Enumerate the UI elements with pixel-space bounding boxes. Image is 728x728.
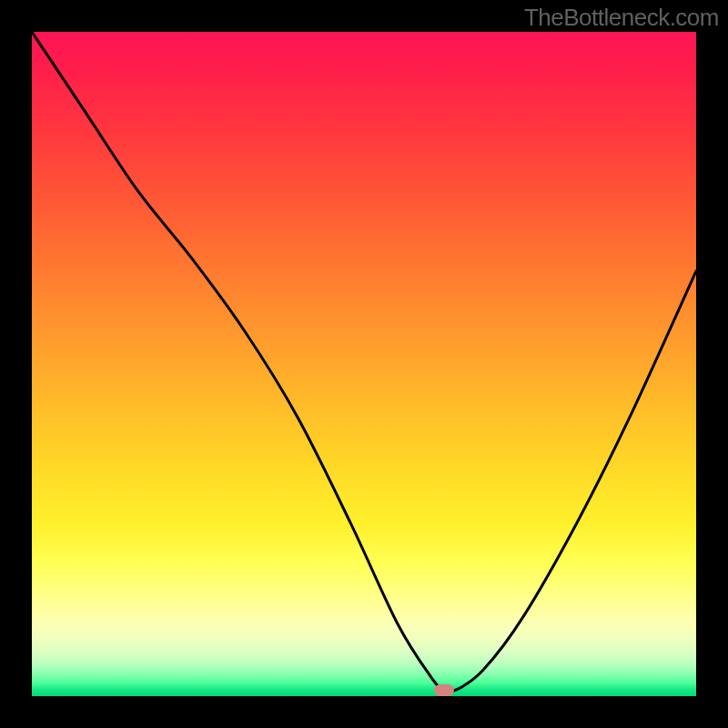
bottleneck-curve xyxy=(32,32,696,696)
plot-area xyxy=(32,32,696,696)
optimal-point-marker xyxy=(434,684,454,696)
watermark-text: TheBottleneck.com xyxy=(524,4,719,32)
chart-frame: TheBottleneck.com xyxy=(0,0,728,728)
